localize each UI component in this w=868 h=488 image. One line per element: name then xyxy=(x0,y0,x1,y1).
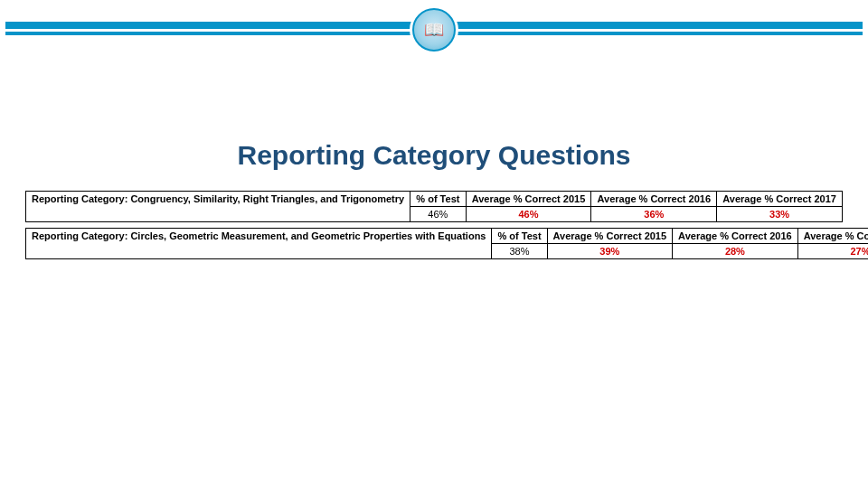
col-header-pct: % of Test xyxy=(410,192,466,207)
col-header-2016: Average % Correct 2016 xyxy=(591,192,717,207)
col-header-2015: Average % Correct 2015 xyxy=(547,229,673,244)
val-pct: 38% xyxy=(492,244,547,259)
page-title: Reporting Category Questions xyxy=(0,140,868,171)
col-header-2017: Average % Correct 2017 xyxy=(797,229,868,244)
col-header-2016: Average % Correct 2016 xyxy=(673,229,798,244)
table-header-row: Reporting Category: Congruency, Similari… xyxy=(26,192,843,207)
val-2016: 36% xyxy=(591,207,717,222)
tables-container: Reporting Category: Congruency, Similari… xyxy=(25,191,843,259)
header-banner: 📖 xyxy=(0,0,868,54)
val-2017: 33% xyxy=(717,207,843,222)
category-lead: Reporting Category: xyxy=(32,193,127,204)
category-table: Reporting Category: Congruency, Similari… xyxy=(25,191,843,222)
col-header-pct: % of Test xyxy=(492,229,547,244)
col-header-2017: Average % Correct 2017 xyxy=(717,192,843,207)
category-label-cell: Reporting Category: Congruency, Similari… xyxy=(26,192,410,222)
category-label-cell: Reporting Category: Circles, Geometric M… xyxy=(26,229,492,259)
table-header-row: Reporting Category: Circles, Geometric M… xyxy=(26,229,869,244)
val-2015: 46% xyxy=(466,207,591,222)
col-header-2015: Average % Correct 2015 xyxy=(466,192,591,207)
val-pct: 46% xyxy=(410,207,466,222)
category-table: Reporting Category: Circles, Geometric M… xyxy=(25,228,868,259)
val-2015: 39% xyxy=(547,244,673,259)
category-name: Congruency, Similarity, Right Triangles,… xyxy=(130,193,404,204)
val-2016: 28% xyxy=(673,244,798,259)
val-2017: 27% xyxy=(797,244,868,259)
book-icon: 📖 xyxy=(424,22,444,38)
school-logo-icon: 📖 xyxy=(412,8,456,52)
category-lead: Reporting Category: xyxy=(32,230,127,241)
category-name: Circles, Geometric Measurement, and Geom… xyxy=(130,230,486,241)
logo-container: 📖 xyxy=(410,5,458,54)
